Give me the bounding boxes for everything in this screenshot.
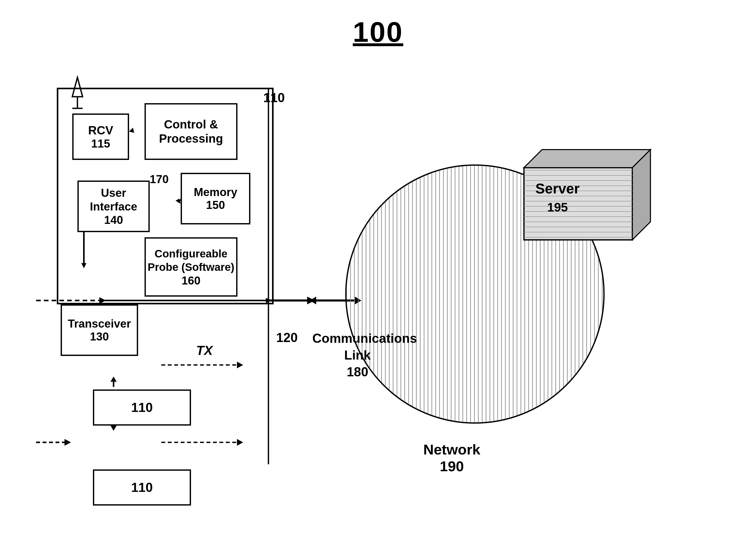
transceiver-label: Transceiver (68, 317, 131, 330)
svg-rect-125 (524, 168, 632, 240)
memory-label: Memory (194, 186, 237, 199)
memory-box: Memory 150 (181, 173, 250, 224)
diagram-container: Server 195 110 RCV 115 Control &Processi… (21, 57, 733, 542)
probe-box: ConfigureableProbe (Software) 160 (145, 237, 237, 297)
network-label: Network190 (423, 441, 480, 475)
probe-number: 160 (182, 274, 200, 287)
node-box-1: 110 (93, 389, 191, 425)
transceiver-box: Transceiver 130 (61, 304, 138, 356)
svg-marker-33 (111, 425, 117, 431)
tx-label: TX (196, 343, 213, 358)
page-title: 100 (0, 0, 756, 48)
ui-number: 140 (104, 214, 123, 227)
rcv-box: RCV 115 (72, 113, 129, 160)
comm-link-label: CommunicationsLink180 (312, 330, 403, 381)
svg-marker-30 (237, 439, 243, 446)
rcv-number: 115 (91, 137, 110, 150)
svg-marker-21 (307, 297, 315, 304)
control-label: Control &Processing (159, 117, 223, 146)
node-1-label: 110 (131, 400, 152, 415)
rcv-label: RCV (88, 123, 113, 137)
svg-marker-23 (310, 297, 316, 304)
svg-point-39 (346, 165, 604, 423)
label-110-main: 110 (263, 90, 285, 105)
svg-text:195: 195 (547, 201, 568, 214)
node-2-label: 110 (131, 480, 152, 495)
probe-label: ConfigureableProbe (Software) (148, 247, 234, 274)
label-170: 170 (150, 173, 168, 186)
svg-text:Server: Server (535, 180, 579, 196)
svg-marker-24 (355, 297, 361, 304)
svg-rect-108 (524, 168, 632, 240)
ui-label: User Interface (79, 186, 148, 214)
ui-box: User Interface 140 (77, 180, 150, 232)
node-box-2: 110 (93, 469, 191, 505)
label-120: 120 (276, 330, 297, 345)
svg-marker-38 (65, 439, 71, 446)
svg-point-40 (347, 166, 603, 422)
memory-number: 150 (206, 199, 225, 212)
svg-marker-32 (111, 377, 117, 382)
control-box: Control &Processing (145, 103, 237, 160)
svg-marker-110 (632, 150, 650, 240)
svg-marker-28 (237, 362, 243, 368)
svg-marker-109 (524, 150, 650, 168)
transceiver-number: 130 (90, 330, 109, 343)
